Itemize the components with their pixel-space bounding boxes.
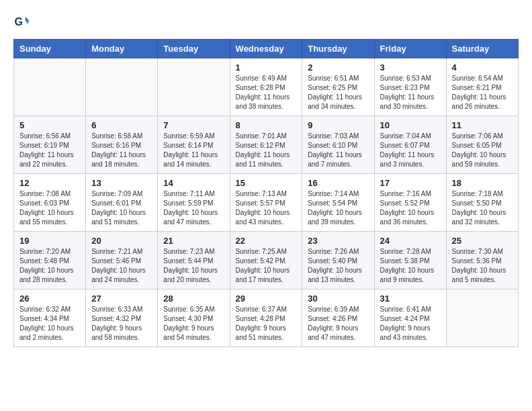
calendar-week-row: 26Sunrise: 6:32 AM Sunset: 4:34 PM Dayli… bbox=[14, 289, 519, 347]
calendar-cell: 15Sunrise: 7:13 AM Sunset: 5:57 PM Dayli… bbox=[230, 174, 302, 232]
svg-marker-2 bbox=[26, 21, 30, 24]
day-number: 24 bbox=[380, 236, 441, 246]
day-info: Sunrise: 7:28 AM Sunset: 5:38 PM Dayligh… bbox=[380, 247, 441, 285]
weekday-header-sunday: Sunday bbox=[14, 40, 86, 58]
calendar-cell: 22Sunrise: 7:25 AM Sunset: 5:42 PM Dayli… bbox=[230, 232, 302, 289]
day-info: Sunrise: 7:14 AM Sunset: 5:54 PM Dayligh… bbox=[308, 189, 368, 227]
day-info: Sunrise: 7:20 AM Sunset: 5:48 PM Dayligh… bbox=[19, 247, 80, 285]
weekday-header-saturday: Saturday bbox=[446, 40, 518, 58]
calendar-cell: 3Sunrise: 6:53 AM Sunset: 6:23 PM Daylig… bbox=[374, 58, 446, 116]
day-number: 28 bbox=[163, 293, 224, 304]
day-number: 31 bbox=[380, 293, 441, 304]
weekday-header-row: SundayMondayTuesdayWednesdayThursdayFrid… bbox=[14, 40, 519, 58]
day-number: 19 bbox=[19, 236, 80, 246]
calendar-cell: 29Sunrise: 6:37 AM Sunset: 4:28 PM Dayli… bbox=[230, 289, 302, 347]
calendar-week-row: 1Sunrise: 6:49 AM Sunset: 6:28 PM Daylig… bbox=[14, 58, 519, 116]
day-info: Sunrise: 6:33 AM Sunset: 4:32 PM Dayligh… bbox=[91, 305, 152, 342]
day-info: Sunrise: 7:08 AM Sunset: 6:03 PM Dayligh… bbox=[19, 189, 80, 227]
day-info: Sunrise: 6:58 AM Sunset: 6:16 PM Dayligh… bbox=[91, 132, 152, 169]
day-number: 23 bbox=[308, 236, 368, 246]
day-info: Sunrise: 7:04 AM Sunset: 6:07 PM Dayligh… bbox=[380, 132, 441, 169]
calendar-cell bbox=[158, 58, 230, 116]
day-info: Sunrise: 6:49 AM Sunset: 6:28 PM Dayligh… bbox=[236, 74, 297, 111]
calendar-cell: 5Sunrise: 6:56 AM Sunset: 6:19 PM Daylig… bbox=[14, 116, 86, 174]
day-number: 15 bbox=[236, 178, 297, 188]
weekday-header-tuesday: Tuesday bbox=[158, 40, 230, 58]
day-info: Sunrise: 6:35 AM Sunset: 4:30 PM Dayligh… bbox=[163, 305, 224, 342]
day-info: Sunrise: 6:37 AM Sunset: 4:28 PM Dayligh… bbox=[236, 305, 297, 342]
day-info: Sunrise: 6:51 AM Sunset: 6:25 PM Dayligh… bbox=[308, 74, 368, 111]
calendar-week-row: 12Sunrise: 7:08 AM Sunset: 6:03 PM Dayli… bbox=[14, 174, 519, 232]
calendar-week-row: 19Sunrise: 7:20 AM Sunset: 5:48 PM Dayli… bbox=[14, 232, 519, 289]
day-number: 22 bbox=[236, 236, 297, 246]
day-info: Sunrise: 7:23 AM Sunset: 5:44 PM Dayligh… bbox=[163, 247, 224, 285]
logo-icon: G bbox=[13, 13, 30, 30]
day-info: Sunrise: 7:11 AM Sunset: 5:59 PM Dayligh… bbox=[163, 189, 224, 227]
calendar-cell: 1Sunrise: 6:49 AM Sunset: 6:28 PM Daylig… bbox=[230, 58, 302, 116]
day-number: 7 bbox=[163, 120, 224, 130]
day-number: 3 bbox=[380, 62, 441, 73]
day-number: 8 bbox=[236, 120, 297, 130]
calendar-cell: 31Sunrise: 6:41 AM Sunset: 4:24 PM Dayli… bbox=[374, 289, 446, 347]
day-number: 25 bbox=[452, 236, 513, 246]
day-info: Sunrise: 6:41 AM Sunset: 4:24 PM Dayligh… bbox=[380, 305, 441, 342]
top-area: G bbox=[13, 13, 519, 32]
calendar-cell: 24Sunrise: 7:28 AM Sunset: 5:38 PM Dayli… bbox=[374, 232, 446, 289]
day-info: Sunrise: 6:59 AM Sunset: 6:14 PM Dayligh… bbox=[163, 132, 224, 169]
calendar-week-row: 5Sunrise: 6:56 AM Sunset: 6:19 PM Daylig… bbox=[14, 116, 519, 174]
calendar: SundayMondayTuesdayWednesdayThursdayFrid… bbox=[13, 39, 519, 347]
calendar-cell: 6Sunrise: 6:58 AM Sunset: 6:16 PM Daylig… bbox=[86, 116, 158, 174]
day-number: 10 bbox=[380, 120, 441, 130]
day-number: 12 bbox=[19, 178, 80, 188]
calendar-cell: 7Sunrise: 6:59 AM Sunset: 6:14 PM Daylig… bbox=[158, 116, 230, 174]
calendar-cell: 16Sunrise: 7:14 AM Sunset: 5:54 PM Dayli… bbox=[302, 174, 374, 232]
day-info: Sunrise: 6:56 AM Sunset: 6:19 PM Dayligh… bbox=[19, 132, 80, 169]
day-info: Sunrise: 7:01 AM Sunset: 6:12 PM Dayligh… bbox=[236, 132, 297, 169]
calendar-cell: 4Sunrise: 6:54 AM Sunset: 6:21 PM Daylig… bbox=[446, 58, 518, 116]
calendar-cell bbox=[14, 58, 86, 116]
day-info: Sunrise: 7:21 AM Sunset: 5:46 PM Dayligh… bbox=[91, 247, 152, 285]
calendar-cell: 13Sunrise: 7:09 AM Sunset: 6:01 PM Dayli… bbox=[86, 174, 158, 232]
calendar-cell: 17Sunrise: 7:16 AM Sunset: 5:52 PM Dayli… bbox=[374, 174, 446, 232]
day-info: Sunrise: 6:54 AM Sunset: 6:21 PM Dayligh… bbox=[452, 74, 513, 111]
calendar-cell bbox=[446, 289, 518, 347]
day-info: Sunrise: 7:26 AM Sunset: 5:40 PM Dayligh… bbox=[308, 247, 368, 285]
calendar-cell: 19Sunrise: 7:20 AM Sunset: 5:48 PM Dayli… bbox=[14, 232, 86, 289]
day-number: 11 bbox=[452, 120, 513, 130]
weekday-header-monday: Monday bbox=[86, 40, 158, 58]
calendar-cell: 21Sunrise: 7:23 AM Sunset: 5:44 PM Dayli… bbox=[158, 232, 230, 289]
day-number: 21 bbox=[163, 236, 224, 246]
day-info: Sunrise: 7:16 AM Sunset: 5:52 PM Dayligh… bbox=[380, 189, 441, 227]
day-number: 20 bbox=[91, 236, 152, 246]
calendar-cell: 8Sunrise: 7:01 AM Sunset: 6:12 PM Daylig… bbox=[230, 116, 302, 174]
calendar-cell bbox=[86, 58, 158, 116]
calendar-body: 1Sunrise: 6:49 AM Sunset: 6:28 PM Daylig… bbox=[14, 58, 519, 347]
svg-marker-1 bbox=[26, 17, 30, 21]
calendar-cell: 27Sunrise: 6:33 AM Sunset: 4:32 PM Dayli… bbox=[86, 289, 158, 347]
day-info: Sunrise: 6:32 AM Sunset: 4:34 PM Dayligh… bbox=[19, 305, 80, 342]
calendar-cell: 14Sunrise: 7:11 AM Sunset: 5:59 PM Dayli… bbox=[158, 174, 230, 232]
calendar-cell: 12Sunrise: 7:08 AM Sunset: 6:03 PM Dayli… bbox=[14, 174, 86, 232]
calendar-cell: 30Sunrise: 6:39 AM Sunset: 4:26 PM Dayli… bbox=[302, 289, 374, 347]
day-info: Sunrise: 7:09 AM Sunset: 6:01 PM Dayligh… bbox=[91, 189, 152, 227]
day-number: 14 bbox=[163, 178, 224, 188]
day-info: Sunrise: 7:25 AM Sunset: 5:42 PM Dayligh… bbox=[236, 247, 297, 285]
calendar-cell: 10Sunrise: 7:04 AM Sunset: 6:07 PM Dayli… bbox=[374, 116, 446, 174]
day-number: 17 bbox=[380, 178, 441, 188]
day-info: Sunrise: 7:18 AM Sunset: 5:50 PM Dayligh… bbox=[452, 189, 513, 227]
calendar-cell: 18Sunrise: 7:18 AM Sunset: 5:50 PM Dayli… bbox=[446, 174, 518, 232]
day-number: 6 bbox=[91, 120, 152, 130]
day-info: Sunrise: 7:30 AM Sunset: 5:36 PM Dayligh… bbox=[452, 247, 513, 285]
day-number: 18 bbox=[452, 178, 513, 188]
day-number: 1 bbox=[236, 62, 297, 73]
day-info: Sunrise: 7:03 AM Sunset: 6:10 PM Dayligh… bbox=[308, 132, 368, 169]
calendar-cell: 25Sunrise: 7:30 AM Sunset: 5:36 PM Dayli… bbox=[446, 232, 518, 289]
weekday-header-wednesday: Wednesday bbox=[230, 40, 302, 58]
day-number: 29 bbox=[236, 293, 297, 304]
weekday-header-friday: Friday bbox=[374, 40, 446, 58]
day-number: 26 bbox=[19, 293, 80, 304]
day-number: 5 bbox=[19, 120, 80, 130]
day-number: 16 bbox=[308, 178, 368, 188]
calendar-cell: 26Sunrise: 6:32 AM Sunset: 4:34 PM Dayli… bbox=[14, 289, 86, 347]
svg-text:G: G bbox=[15, 16, 23, 28]
